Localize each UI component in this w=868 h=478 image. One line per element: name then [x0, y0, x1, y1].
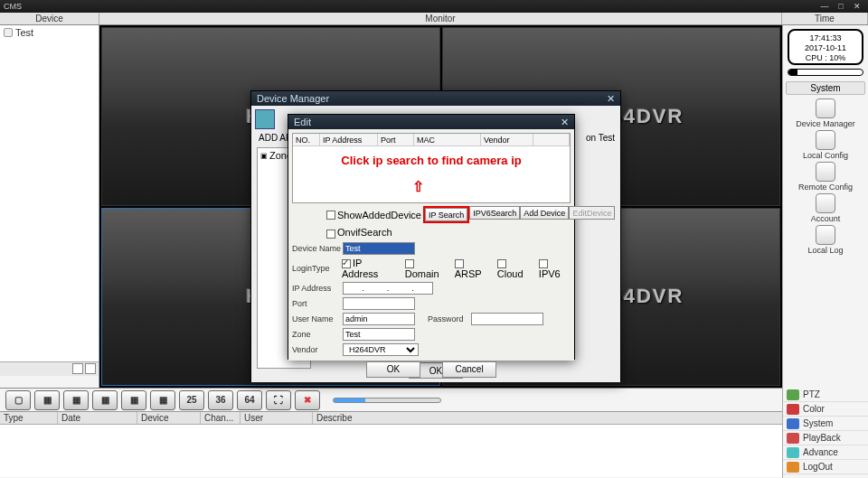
close-button[interactable]: ✕: [850, 2, 864, 11]
clock-time: 17:41:33: [789, 33, 862, 43]
edit-titlebar[interactable]: Edit ✕: [288, 115, 574, 129]
monitor-icon: [816, 98, 835, 118]
layout-8-button[interactable]: ▦: [92, 390, 118, 410]
ptz-icon: [787, 389, 799, 400]
vendor-select[interactable]: H264DVR: [343, 343, 419, 356]
label-zone: Zone: [292, 330, 343, 339]
device-tree[interactable]: Test: [0, 25, 99, 361]
header-monitor: Monitor: [99, 13, 782, 24]
system-item-device-manager[interactable]: Device Manager: [796, 98, 855, 128]
label-device-name: Device Name: [292, 244, 343, 253]
system-item-local-config[interactable]: Local Config: [803, 130, 848, 160]
clock-date: 2017-10-11: [789, 43, 862, 53]
layout-64-button[interactable]: 64: [237, 390, 262, 410]
label-user-name: User Name: [292, 314, 343, 323]
layout-toolbar: ▢ ▦ ▦ ▦ ▦ ▦ 25 36 64 ⛶ ✖: [0, 389, 868, 412]
tree-item-root[interactable]: Test: [0, 25, 99, 40]
ipv6-search-button[interactable]: IPV6Search: [469, 206, 520, 220]
disconnect-button[interactable]: ✖: [295, 390, 320, 410]
tab-playback[interactable]: PlayBack: [783, 431, 868, 445]
minimize-button[interactable]: —: [817, 2, 832, 11]
device-manager-close-icon[interactable]: ✕: [607, 93, 615, 105]
header-time: Time: [782, 13, 868, 24]
system-icon: [787, 418, 799, 429]
login-type-domain[interactable]: Domain: [405, 258, 449, 279]
ip-address-input[interactable]: [343, 282, 433, 295]
tab-ptz[interactable]: PTZ: [783, 388, 868, 402]
log-icon: [816, 225, 835, 245]
tab-color[interactable]: Color: [783, 402, 868, 417]
cpu-usage: CPU : 10%: [789, 53, 862, 63]
tree-statusbar: [0, 361, 99, 376]
layout-25-button[interactable]: 25: [179, 390, 204, 410]
tab-advance[interactable]: Advance: [783, 445, 868, 460]
fullscreen-button[interactable]: ⛶: [266, 390, 291, 410]
col-channel: Chan...: [201, 412, 241, 424]
col-port: Port: [378, 134, 414, 145]
device-manager-titlebar[interactable]: Device Manager ✕: [251, 91, 620, 106]
playback-icon: [787, 433, 799, 444]
tree-status-btn-1[interactable]: [72, 363, 83, 374]
layout-4-button[interactable]: ▦: [34, 390, 60, 410]
zone-input[interactable]: [343, 328, 415, 341]
label-password: Password: [428, 314, 471, 323]
layout-16-button[interactable]: ▦: [150, 390, 175, 410]
tree-status-btn-2[interactable]: [85, 363, 96, 374]
edit-device-button: EditDevice: [569, 206, 615, 220]
app-title: CMS: [4, 2, 817, 11]
cpu-progress: [788, 69, 863, 76]
header-device: Device: [0, 13, 99, 24]
gear-icon: [816, 130, 835, 150]
device-monitor-icon: [255, 109, 275, 129]
user-icon: [816, 193, 835, 213]
layout-36-button[interactable]: 36: [208, 390, 233, 410]
login-type-ip[interactable]: IP Address: [342, 258, 400, 279]
layout-9-button[interactable]: ▦: [121, 390, 146, 410]
edit-dialog: Edit ✕ NO. IP Address Port MAC Vendor Cl…: [288, 114, 575, 360]
label-login-type: LoginType: [292, 264, 342, 273]
log-table-body[interactable]: [0, 425, 868, 477]
col-mac: MAC: [414, 134, 481, 145]
label-vendor: Vendor: [292, 345, 343, 354]
layout-1-button[interactable]: ▢: [5, 390, 31, 410]
tab-logout[interactable]: LogOut: [783, 460, 868, 474]
maximize-button[interactable]: □: [834, 2, 848, 11]
logout-icon: [787, 462, 799, 473]
system-item-local-log[interactable]: Local Log: [807, 225, 843, 255]
instruction-overlay: Click ip search to find camera ip: [293, 154, 570, 167]
col-no: NO.: [293, 134, 320, 145]
login-type-ipv6[interactable]: IPV6: [539, 258, 571, 279]
folder-icon: [4, 28, 13, 37]
edit-close-icon[interactable]: ✕: [561, 117, 569, 128]
label-port: Port: [292, 299, 343, 308]
col-vendor: Vendor: [481, 134, 533, 145]
tree-item-label: Test: [15, 27, 33, 38]
login-type-cloud[interactable]: Cloud: [497, 258, 533, 279]
onvif-search-checkbox[interactable]: OnvifSearch: [326, 229, 392, 238]
show-added-checkbox[interactable]: ShowAddedDevice: [326, 206, 421, 223]
port-input[interactable]: [343, 297, 415, 310]
password-input[interactable]: [471, 313, 543, 325]
edit-cancel-button[interactable]: Cancel: [442, 361, 496, 378]
add-device-button[interactable]: Add Device: [520, 206, 569, 220]
bottom-area: ▢ ▦ ▦ ▦ ▦ ▦ 25 36 64 ⛶ ✖ Type Date Devic…: [0, 388, 868, 478]
connection-test-button[interactable]: on Test: [586, 133, 615, 143]
layout-6-button[interactable]: ▦: [63, 390, 89, 410]
col-device: Device: [137, 412, 201, 424]
volume-slider[interactable]: [333, 398, 441, 403]
right-panel: 17:41:33 2017-10-11 CPU : 10% System Dev…: [782, 25, 868, 388]
login-type-arsp[interactable]: ARSP: [455, 258, 492, 279]
edit-ok-button[interactable]: OK: [366, 361, 420, 378]
device-manager-title: Device Manager: [257, 93, 607, 104]
system-section-label: System: [786, 81, 865, 95]
tab-system[interactable]: System: [783, 417, 868, 431]
system-item-remote-config[interactable]: Remote Config: [798, 162, 853, 192]
label-ip-address: IP Address: [292, 284, 343, 293]
right-tabs: PTZ Color System PlayBack Advance LogOut: [782, 388, 868, 478]
user-name-input[interactable]: [343, 313, 415, 325]
ip-search-button[interactable]: IP Search: [425, 208, 467, 221]
edit-title: Edit: [294, 117, 561, 127]
device-search-grid[interactable]: NO. IP Address Port MAC Vendor Click ip …: [292, 133, 571, 203]
system-item-account[interactable]: Account: [811, 193, 841, 223]
device-name-input[interactable]: [343, 242, 415, 255]
